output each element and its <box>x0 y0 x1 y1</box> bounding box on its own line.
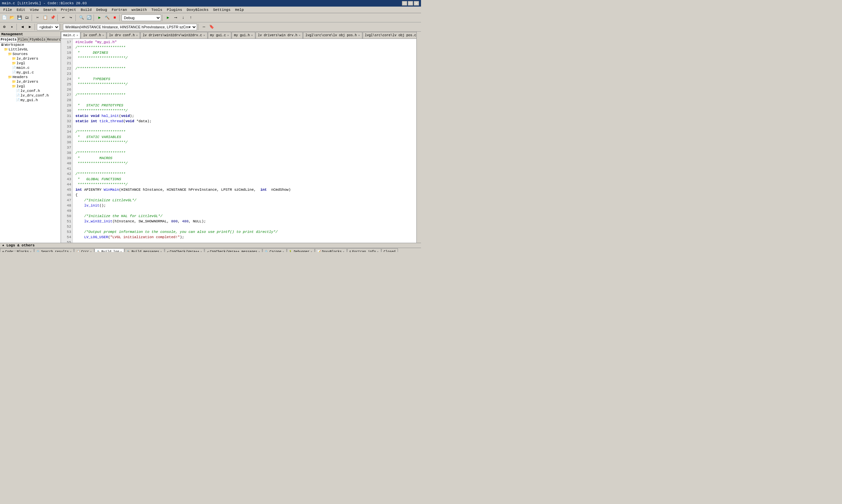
next-jump-button[interactable]: ▶ <box>26 23 34 31</box>
debug-step-out-button[interactable]: ↑ <box>187 14 194 21</box>
open-button[interactable]: 📂 <box>8 14 16 21</box>
maximize-button[interactable]: □ <box>408 1 413 5</box>
bottom-collapse-arrow[interactable]: ▲ <box>1 244 5 247</box>
menu-project[interactable]: Project <box>59 7 78 13</box>
bottom-tab-doxyblocks[interactable]: 📝 DoxyBlocks ✕ <box>315 248 346 252</box>
tree-lvgl-hdr[interactable]: 📁 lvgl <box>0 84 60 89</box>
debug-run-button[interactable]: ▶ <box>164 14 172 21</box>
menu-edit[interactable]: Edit <box>15 7 27 13</box>
bottom-tab-buildmsg[interactable]: 🔨 Build messages ✕ <box>125 248 164 252</box>
paste-button[interactable]: 📌 <box>49 14 56 21</box>
tree-lv-conf-h[interactable]: 📄 lv_conf.h <box>0 89 60 93</box>
tab-main-c-close[interactable]: ✕ <box>76 34 78 37</box>
codeblocks-tab-close[interactable]: ✕ <box>30 250 31 252</box>
bottom-tab-cscope[interactable]: 🔍 Cscope ✕ <box>263 248 286 252</box>
tree-lv-drivers-src[interactable]: 📁 lv_drivers <box>0 56 60 61</box>
tab-my-gui-c[interactable]: my gui.c ✕ <box>208 32 231 38</box>
tab-lv-conf-h-close[interactable]: ✕ <box>102 34 104 37</box>
tab-fsymbols[interactable]: FSymbols <box>29 37 47 42</box>
tree-lv-drivers-hdr[interactable]: 📁 lv_drivers <box>0 79 60 84</box>
menu-wxsmith[interactable]: wxSmith <box>129 7 148 13</box>
build-config-dropdown[interactable]: Debug Release <box>122 15 161 21</box>
tree-my-gui-h[interactable]: 📄 my_gui.h <box>0 98 60 103</box>
bookmark-button[interactable]: 🔖 <box>208 23 215 31</box>
tab-files[interactable]: Files <box>17 37 29 42</box>
save-all-button[interactable]: 🗂 <box>23 14 31 21</box>
undo-button[interactable]: ↩ <box>60 14 67 21</box>
tab-lv-conf-h[interactable]: lv conf.h ✕ <box>81 32 106 38</box>
new-button[interactable]: 📄 <box>1 14 8 21</box>
tab-projects[interactable]: Projects <box>0 37 17 42</box>
menu-plugins[interactable]: Plugins <box>165 7 184 13</box>
doxyblocks-tab-close[interactable]: ✕ <box>343 250 344 252</box>
tab-my-gui-h-close[interactable]: ✕ <box>251 34 253 37</box>
menu-help[interactable]: Help <box>233 7 246 13</box>
prev-jump-button[interactable]: ◀ <box>19 23 26 31</box>
close-button[interactable]: ✕ <box>414 1 419 5</box>
debug-next-button[interactable]: ⟶ <box>172 14 179 21</box>
cscope-tab-close[interactable]: ✕ <box>282 250 284 252</box>
tree-my-gui-c[interactable]: 📄 my_gui.c <box>0 70 60 75</box>
bottom-tab-fortran[interactable]: F Fortran info ✕ <box>347 248 381 252</box>
code-editor[interactable]: 1718192021 2223242526 2728293031 3233343… <box>61 39 416 243</box>
tree-main-c[interactable]: 📄 main.c <box>0 66 60 70</box>
tab-main-c[interactable]: main.c ✕ <box>61 32 80 38</box>
bottom-tab-search[interactable]: 🔍 Search results ✕ <box>34 248 74 252</box>
cccc-tab-close[interactable]: ✕ <box>90 250 92 252</box>
replace-button[interactable]: 🔄 <box>85 14 93 21</box>
menu-fortran[interactable]: Fortran <box>110 7 129 13</box>
redo-button[interactable]: ↪ <box>67 14 74 21</box>
menu-build[interactable]: Build <box>79 7 93 13</box>
tab-lv-obj-pos-h[interactable]: lvgl\src\core\lv obj pos.h ✕ <box>303 32 362 38</box>
bottom-tab-cppcheck[interactable]: ✔ CppCheck/Vera++ ✕ <box>165 248 204 252</box>
minimize-button[interactable]: − <box>402 1 407 5</box>
menu-search[interactable]: Search <box>41 7 58 13</box>
copy-button[interactable]: 📋 <box>41 14 49 21</box>
cppcheck-msg-tab-close[interactable]: ✕ <box>258 250 260 252</box>
tab-win-drv-h-close[interactable]: ✕ <box>299 34 301 37</box>
fortran-tab-close[interactable]: ✕ <box>377 250 378 252</box>
menu-file[interactable]: File <box>1 7 14 13</box>
tab-win32drv-close[interactable]: ✕ <box>203 34 205 37</box>
search-tab-close[interactable]: ✕ <box>70 250 71 252</box>
bottom-tab-debugger[interactable]: 🐛 Debugger ✕ <box>287 248 315 252</box>
tab-win-drv-h[interactable]: lv drivers\win drv.h ✕ <box>256 32 303 38</box>
go-button[interactable]: ↔ <box>200 23 208 31</box>
debugger-tab-close[interactable]: ✕ <box>311 250 312 252</box>
scope-dropdown[interactable]: <global> <box>37 24 60 30</box>
tree-littlevgl[interactable]: 📁 LittlevGL <box>0 47 60 52</box>
tree-sources[interactable]: 📁 Sources <box>0 52 60 56</box>
tab-my-gui-h[interactable]: my gui.h ✕ <box>232 32 255 38</box>
tab-lv-drv-conf-h-close[interactable]: ✕ <box>136 34 138 37</box>
bottom-tab-closed[interactable]: Closed <box>381 248 398 252</box>
menu-tools[interactable]: Tools <box>149 7 164 13</box>
tree-lvgl-src[interactable]: 📁 lvgl <box>0 61 60 66</box>
tab-lv-obj-pos-c[interactable]: lvgl\src\core\lv obj pos.c ✕ <box>363 32 416 38</box>
tab-win32drv[interactable]: lv drivers\win32drv\win32drv.c ✕ <box>140 32 207 38</box>
build-button[interactable]: 🔨 <box>104 14 111 21</box>
tree-headers[interactable]: 📁 Headers <box>0 75 60 79</box>
code-text-area[interactable]: #include "my_gui.h" /*******************… <box>73 39 416 243</box>
bottom-tab-codeblocks[interactable]: ⚙ Code::Blocks ✕ <box>0 248 34 252</box>
tree-workspace[interactable]: 🖥 Workspace <box>0 42 60 47</box>
menu-debug[interactable]: Debug <box>94 7 109 13</box>
menu-settings[interactable]: Settings <box>211 7 233 13</box>
find-button[interactable]: 🔍 <box>78 14 85 21</box>
function-dropdown[interactable]: WinMain(HINSTANCE hInstance, HINSTANCE h… <box>63 24 197 30</box>
stop-build-button[interactable]: ■ <box>111 14 118 21</box>
run-button[interactable]: ▶ <box>96 14 103 21</box>
debug-step-button[interactable]: ↓ <box>180 14 187 21</box>
buildlog-tab-close[interactable]: ✕ <box>120 250 122 252</box>
right-scrollbar[interactable] <box>416 32 421 243</box>
bottom-tab-buildlog[interactable]: 🔨 Build log ✕ <box>94 248 124 252</box>
bottom-tab-cppcheck-msg[interactable]: ✔ CppCheck/Vera++ messages ✕ <box>204 248 262 252</box>
cppcheck-tab-close[interactable]: ✕ <box>200 250 202 252</box>
tb2-btn1[interactable]: ⚙ <box>1 23 8 31</box>
save-button[interactable]: 💾 <box>16 14 23 21</box>
menu-view[interactable]: View <box>28 7 40 13</box>
cut-button[interactable]: ✂ <box>34 14 41 21</box>
tree-lv-drv-conf-h[interactable]: 📄 lv_drv_conf.h <box>0 93 60 98</box>
tab-my-gui-c-close[interactable]: ✕ <box>227 34 229 37</box>
tab-lv-obj-pos-h-close[interactable]: ✕ <box>358 34 360 37</box>
menu-doxyblocks[interactable]: DoxyBlocks <box>185 7 211 13</box>
